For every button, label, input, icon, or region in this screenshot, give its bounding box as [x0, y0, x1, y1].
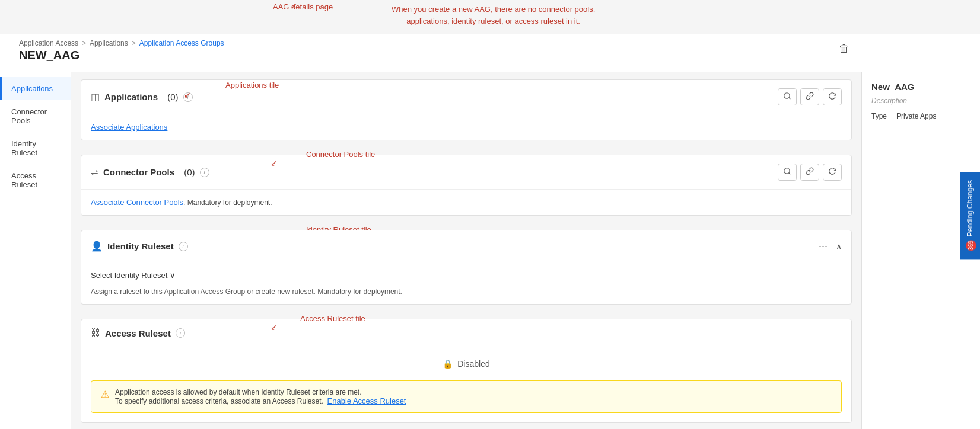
- associate-connector-pools-link[interactable]: Associate Connector Pools: [91, 198, 183, 207]
- warning-line2: To specify additional access criteria, a…: [115, 397, 323, 405]
- lock-icon: 🔒: [443, 359, 453, 369]
- connector-pools-tile-title: Connector Pools (0): [103, 167, 195, 177]
- pending-changes-tab[interactable]: 369 Pending Changes: [960, 172, 980, 259]
- type-label: Type: [871, 112, 887, 120]
- access-ruleset-warning-box: ⚠ Application access is allowed by defau…: [91, 380, 842, 413]
- associate-applications-link[interactable]: Associate Applications: [91, 123, 167, 132]
- page-title: NEW_AAG: [9, 49, 971, 67]
- applications-tile-icon: ◫: [91, 91, 100, 103]
- sidebar-item-access-ruleset[interactable]: Access Ruleset: [0, 164, 71, 196]
- annotation-new-aag-note: When you create a new AAG, there are no …: [392, 4, 595, 27]
- identity-ruleset-collapse-button[interactable]: ∧: [836, 242, 842, 251]
- identity-ruleset-description: Assign a ruleset to this Application Acc…: [91, 287, 842, 296]
- bc-application-access[interactable]: Application Access: [19, 39, 78, 47]
- applications-tile-title: Applications (0): [104, 92, 179, 102]
- pending-changes-label: Pending Changes: [966, 180, 974, 236]
- warning-line1: Application access is allowed by default…: [115, 388, 362, 396]
- access-ruleset-disabled-status: 🔒 Disabled: [81, 347, 851, 380]
- access-ruleset-tile-icon: ⛓: [91, 328, 100, 338]
- applications-refresh-button[interactable]: [823, 88, 842, 105]
- svg-point-2: [784, 168, 790, 174]
- select-ruleset-chevron-icon: ∨: [170, 271, 176, 280]
- bc-aag[interactable]: Application Access Groups: [139, 39, 224, 47]
- connector-pools-tile-icon: ⇌: [91, 167, 98, 178]
- access-ruleset-tile: ⛓ Access Ruleset i 🔒 Disabled ⚠ Applicat…: [81, 319, 852, 423]
- connector-pools-link-button[interactable]: [800, 164, 819, 181]
- connector-pools-tile: ⇌ Connector Pools (0) i: [81, 155, 852, 216]
- identity-ruleset-tile-icon: 👤: [91, 241, 103, 252]
- access-ruleset-tile-title: Access Ruleset: [105, 328, 171, 338]
- svg-line-3: [789, 173, 791, 175]
- annotation-aag-details: AAG details page: [273, 2, 333, 11]
- applications-tile: ◫ Applications (0) i: [81, 79, 852, 140]
- svg-point-0: [784, 93, 790, 98]
- pending-badge: 369: [966, 240, 976, 251]
- connector-pools-mandatory-text: . Mandatory for deployment.: [183, 199, 272, 207]
- svg-line-1: [789, 98, 791, 100]
- identity-ruleset-tile-title: Identity Ruleset: [107, 241, 174, 251]
- enable-access-ruleset-link[interactable]: Enable Access Ruleset: [327, 396, 406, 405]
- connector-pools-refresh-button[interactable]: [823, 164, 842, 181]
- sidebar: Applications Connector Pools Identity Ru…: [0, 72, 71, 429]
- select-identity-ruleset-dropdown[interactable]: Select Identity Ruleset ∨: [91, 271, 176, 281]
- content-area: ◫ Applications (0) i: [71, 72, 861, 429]
- type-value: Private Apps: [896, 112, 936, 120]
- delete-button[interactable]: 🗑: [839, 43, 849, 55]
- identity-ruleset-info-icon[interactable]: i: [179, 242, 188, 251]
- warning-icon: ⚠: [101, 389, 109, 400]
- applications-link-button[interactable]: [800, 88, 819, 105]
- connector-pools-info-icon[interactable]: i: [200, 168, 209, 177]
- access-ruleset-info-icon[interactable]: i: [176, 328, 185, 338]
- sidebar-item-identity-ruleset[interactable]: Identity Ruleset: [0, 132, 71, 164]
- sidebar-item-applications[interactable]: Applications: [0, 77, 71, 100]
- description-placeholder: Description: [871, 97, 971, 105]
- breadcrumb: Application Access > Applications > Appl…: [9, 34, 971, 49]
- identity-ruleset-tile: 👤 Identity Ruleset i ··· ∧ Select Identi…: [81, 230, 852, 305]
- applications-search-button[interactable]: [778, 88, 797, 105]
- sidebar-item-connector-pools[interactable]: Connector Pools: [0, 100, 71, 132]
- applications-info-icon[interactable]: i: [183, 92, 193, 102]
- annotation-aag-arrow: ↙: [291, 1, 297, 10]
- aag-name: New_AAG: [871, 82, 971, 92]
- identity-ruleset-more-button[interactable]: ···: [815, 239, 831, 254]
- bc-applications[interactable]: Applications: [90, 39, 128, 47]
- connector-pools-search-button[interactable]: [778, 164, 797, 181]
